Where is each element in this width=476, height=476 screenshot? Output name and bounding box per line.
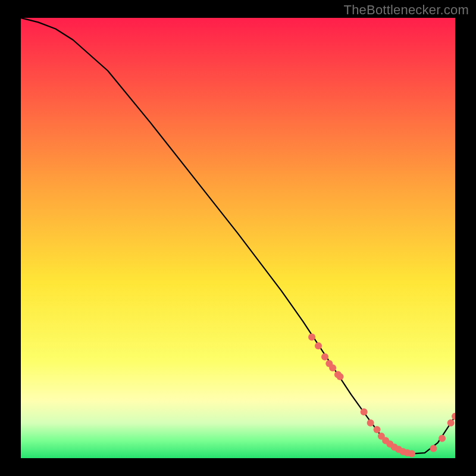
chart-frame: TheBottlenecker.com [0,0,476,476]
gradient-background [21,18,455,458]
data-marker [408,450,415,458]
data-marker [439,435,446,442]
data-marker [361,408,368,415]
bottleneck-chart [21,18,455,458]
data-marker [367,419,374,427]
watermark-label: TheBottlenecker.com [344,2,469,18]
data-marker [337,373,344,380]
data-marker [321,353,328,361]
data-marker [308,334,315,341]
plot-area [21,18,455,458]
data-marker [329,364,336,371]
data-marker [315,342,322,349]
data-marker [374,426,381,433]
data-marker [430,445,437,452]
data-marker [447,419,455,427]
